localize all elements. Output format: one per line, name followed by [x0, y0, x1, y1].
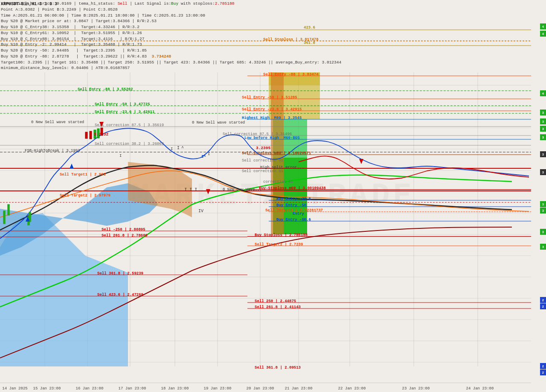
sell-entry-236-bot: Sell Entry -23.6 | 3.42611: [95, 110, 154, 114]
right-box-5: 3: [540, 118, 546, 124]
right-box-16: 2: [540, 363, 546, 369]
sell-250-bot: Sell 250 | 2.44875: [255, 299, 296, 303]
right-box-13: 3: [540, 244, 546, 250]
right-box-3: 4: [540, 90, 546, 96]
time-label-4: 17 Jan 23:00: [119, 386, 146, 391]
sell-entry-50-right: Sell Entry -50 | 3.51285: [242, 95, 297, 100]
sell-4236: Sell 423.6 | 2.47269: [97, 293, 143, 297]
right-box-12: 3: [540, 229, 546, 235]
right-box-7: 3: [540, 134, 546, 140]
sell-corr-61-2: Sell correction 61: [242, 169, 283, 173]
sell-target2-272: Sell Target2 | 2.7239: [255, 242, 303, 247]
time-axis: 14 Jan 2025 15 Jan 23:00 16 Jan 23:00 17…: [0, 383, 531, 392]
buy-entry-886: Buy Entry -88.6: [276, 218, 311, 222]
sell-3618-bot2: Sell 361.8 | 2.09513: [255, 366, 301, 370]
right-box-1: 4: [540, 23, 546, 29]
time-label-2: 15 Jan 23:00: [33, 386, 61, 391]
right-box-17: 2: [540, 369, 546, 375]
sell-corr-382: Sell correction 38.2 | 3.26069: [95, 142, 164, 146]
correction-61: correction 61: [263, 180, 293, 184]
right-box-14: 2: [540, 297, 546, 303]
new-buy-wave: 0 New Buy Wave...: [223, 187, 262, 192]
buy-stoploss: Buy Stoploss | 2.785188: [255, 233, 308, 237]
time-label-11: 24 Jan 23:00: [466, 386, 494, 391]
time-label-7: 20 Jan 23:00: [247, 386, 274, 391]
time-label-3: 16 Jan 23:00: [76, 386, 104, 391]
sell-target1: Sell Target1 | 2.993: [60, 173, 106, 177]
sell-corr-875-1: Sell correction 87.5 | 3.35619: [95, 123, 164, 127]
sell-entry-50-bot: Sell Entry -50 | 3.47725: [95, 102, 150, 107]
right-box-9: 3: [540, 169, 546, 175]
time-label-10: 23 Jan 23:00: [402, 386, 430, 391]
label-3618: 361.8: [304, 41, 315, 45]
time-label-8: 21 Jan 23:00: [285, 386, 313, 391]
self-stoploss-m60: Self-Stoploss m60 | 3.16020571: [242, 151, 311, 156]
time-label-1: 14 Jan 2025: [2, 386, 27, 391]
time-label-5: 18 Jan 23:00: [161, 386, 189, 391]
right-box-11: 3: [540, 208, 546, 213]
fsb-high: FSB-HighToBreak | 3.1993: [25, 149, 80, 153]
sell-250: Sell -250 | 2.80895: [102, 228, 145, 232]
low-before-high: Low before High M60-BOS: [244, 136, 300, 140]
chart-container: MARKETZ TRADE: [0, 0, 546, 392]
buy-entry-50: Buy Entry -50: [276, 203, 306, 208]
sell-3618: Sell 361.8 | 2.59239: [97, 271, 143, 276]
label-4236: 423.6: [304, 26, 315, 30]
new-sell-wave-1: 0 New Sell wave started: [31, 120, 84, 124]
time-label-6: 19 Jan 23:00: [204, 386, 232, 391]
right-box-2: 4: [540, 31, 546, 37]
sell-entry-88-top-label: Sell Entry -88 | 3.83474: [263, 72, 319, 77]
right-box-10: 3: [540, 201, 546, 207]
right-box-15: 2: [540, 303, 546, 309]
buy-entry-236: Buy Entry -23.6: [276, 197, 311, 201]
sell-entry-236-right: Sell Entry -23.6 | 3.42915: [242, 107, 302, 112]
new-sell-wave-2: 0 New Sell wave started: [192, 121, 245, 125]
price-3-2395: 3.2395: [256, 146, 270, 150]
sell-2618-bot: Sell 261.8 | 2.41143: [255, 305, 301, 309]
time-label-9: 22 Jan 23:00: [338, 386, 366, 391]
sell-target2: Sell Target2 | 2.97979: [60, 193, 110, 198]
sell-target1-322: Sell Target1 | 2.92281737: [265, 208, 323, 213]
buy-stoploss-m60: Buy-Stoploss m60 | 3.00109438: [259, 186, 326, 190]
right-box-6: 3: [540, 126, 546, 132]
right-box-8: 3: [540, 151, 546, 157]
sell-entry-88-bot: Sell Entry -88 | 3.55202: [78, 87, 133, 92]
right-box-4: 3: [540, 110, 546, 115]
sell-corr-61-1: Sell correction 61: [242, 159, 283, 163]
price-3-2932: 3.2932: [94, 132, 108, 137]
highest-high-m60: Highest High M60 | 3.3545: [242, 116, 302, 120]
sell-2618: Sell 261.8 | 2.78609: [102, 233, 148, 238]
